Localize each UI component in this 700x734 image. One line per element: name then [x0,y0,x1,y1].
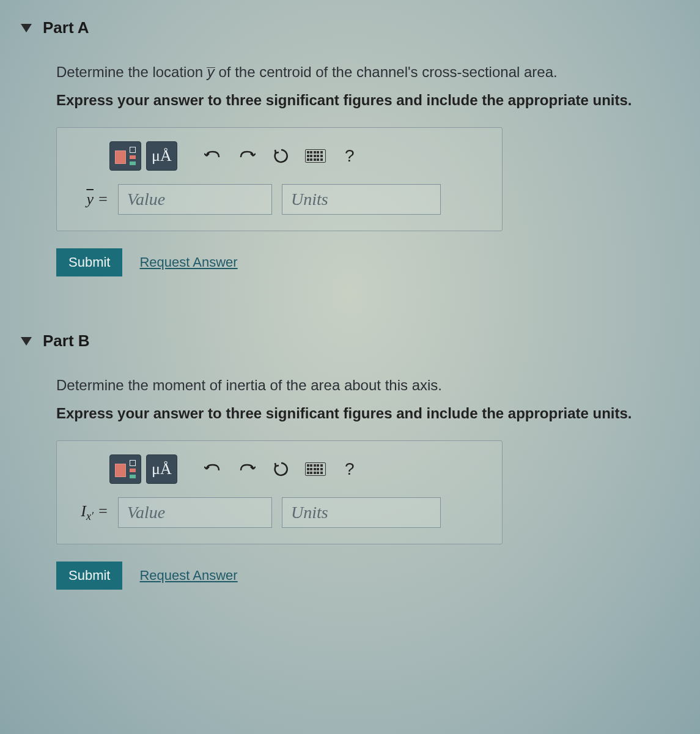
reset-button[interactable] [267,141,296,171]
prompt-prefix: Determine the location [56,64,207,80]
template-button[interactable] [109,141,141,171]
reset-icon [273,461,289,477]
part-a-title: Part A [43,18,89,37]
units-input[interactable]: Units [282,184,441,215]
part-a-body: Determine the location y of the centroid… [12,62,688,301]
part-b-hint: Express your answer to three significant… [56,403,688,424]
part-a-answer-box: μÅ ? y = Value Units [56,127,503,231]
redo-button[interactable] [232,141,262,171]
part-b-body: Determine the moment of inertia of the a… [12,375,688,614]
undo-button[interactable] [198,454,227,484]
undo-button[interactable] [198,141,227,171]
part-b-input-row: Ix′ = Value Units [73,497,486,528]
redo-icon [238,462,256,476]
part-a-header[interactable]: Part A [12,12,688,48]
special-chars-button[interactable]: μÅ [146,141,177,171]
redo-icon [238,149,256,163]
keyboard-button[interactable] [301,141,330,171]
chevron-down-icon [21,337,32,346]
template-button[interactable] [109,454,141,484]
keyboard-icon [305,462,326,476]
units-input[interactable]: Units [282,497,441,528]
help-button[interactable]: ? [335,454,364,484]
part-a-actions: Submit Request Answer [56,248,688,276]
help-button[interactable]: ? [335,141,364,171]
undo-icon [204,462,221,476]
submit-button[interactable]: Submit [56,562,122,590]
reset-button[interactable] [267,454,296,484]
part-b-answer-box: μÅ ? Ix′ = Value Units [56,440,503,544]
variable-ybar: y [207,62,215,83]
keyboard-button[interactable] [301,454,330,484]
part-b-variable-label: Ix′ = [73,502,108,523]
part-b-actions: Submit Request Answer [56,562,688,590]
template-icon [115,147,136,165]
undo-icon [204,149,221,163]
part-a-toolbar: μÅ ? [73,141,486,171]
submit-button[interactable]: Submit [56,248,122,276]
keyboard-icon [305,149,326,163]
part-a-hint: Express your answer to three significant… [56,90,688,111]
part-b-header[interactable]: Part B [12,325,688,361]
part-a-input-row: y = Value Units [73,184,486,215]
value-input[interactable]: Value [118,184,272,215]
template-icon [115,460,136,478]
part-a-prompt: Determine the location y of the centroid… [56,62,688,83]
value-input[interactable]: Value [118,497,272,528]
request-answer-link[interactable]: Request Answer [139,568,237,584]
chevron-down-icon [21,24,32,32]
reset-icon [273,148,289,164]
part-b-toolbar: μÅ ? [73,454,486,484]
special-chars-button[interactable]: μÅ [146,454,177,484]
part-b-title: Part B [43,332,90,350]
request-answer-link[interactable]: Request Answer [139,254,237,270]
part-a-variable-label: y = [73,190,108,209]
part-b-prompt: Determine the moment of inertia of the a… [56,375,688,396]
redo-button[interactable] [232,454,262,484]
prompt-suffix: of the centroid of the channel's cross-s… [215,64,558,80]
